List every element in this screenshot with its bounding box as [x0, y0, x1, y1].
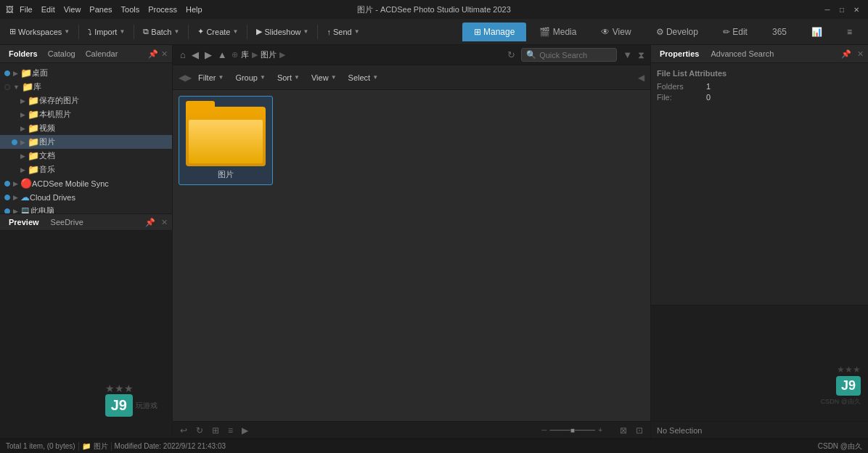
menu-view[interactable]: View	[64, 5, 81, 14]
pin-preview-button[interactable]: 📌	[145, 218, 155, 227]
send-button[interactable]: ↑ Send ▼	[322, 25, 364, 38]
tab-seedrive[interactable]: SeeDrive	[46, 216, 88, 228]
batch-icon: ⧉	[143, 27, 149, 36]
list-view-button[interactable]: ≡	[226, 425, 234, 436]
watermark-badge: J9	[105, 394, 133, 417]
menu-panes[interactable]: Panes	[89, 5, 112, 14]
menu-edit[interactable]: Edit	[41, 5, 55, 14]
view-button[interactable]: View ▼	[306, 71, 342, 84]
batch-button[interactable]: ⧉ Batch ▼	[138, 25, 184, 38]
tab-365[interactable]: 365	[761, 23, 798, 41]
tab-develop[interactable]: ⚙ Develop	[644, 23, 710, 41]
nav-back-button[interactable]: ◀	[190, 49, 200, 60]
expand-icon[interactable]: ◀	[638, 73, 644, 83]
sep4	[247, 25, 247, 39]
pin-icon[interactable]: 📌	[148, 49, 158, 59]
funnel-icon[interactable]: ⧗	[638, 49, 644, 61]
folder-icon: 📁	[28, 150, 39, 161]
menu-bar: File Edit View Panes Tools Process Help	[20, 5, 202, 14]
filter-label: Filter	[198, 73, 216, 82]
sync-icon: 🔴	[20, 178, 32, 189]
close-preview-button[interactable]: ✕	[161, 218, 168, 227]
tab-catalog[interactable]: Catalog	[44, 48, 80, 60]
menu-tools[interactable]: Tools	[121, 5, 140, 14]
path-images[interactable]: 图片	[261, 49, 277, 60]
refresh-status-button[interactable]: ↻	[195, 425, 205, 436]
send-icon: ↑	[327, 28, 331, 36]
zoom-slider[interactable]: ────■────	[549, 426, 595, 434]
close-right-button[interactable]: ✕	[857, 49, 864, 59]
slideshow-button[interactable]: ▶ Slideshow ▼	[251, 25, 314, 38]
quick-search-input[interactable]	[539, 51, 612, 60]
nav-forward-button[interactable]: ▶	[203, 49, 213, 60]
zoom-in-button[interactable]: +	[598, 426, 602, 434]
watermark-stars: ★★★	[105, 383, 134, 394]
import-caret: ▼	[119, 28, 125, 35]
tree-item-cloud[interactable]: ▶ ☁ Cloud Drives	[0, 190, 172, 204]
undo-button[interactable]: ↩	[179, 425, 189, 436]
tab-calendar[interactable]: Calendar	[81, 48, 123, 60]
folder-icon-status: 📁	[82, 442, 91, 450]
import-label: Import	[94, 28, 117, 36]
tab-extra[interactable]: ≡	[835, 23, 864, 41]
create-caret: ▼	[232, 28, 238, 35]
select-button[interactable]: Select ▼	[343, 71, 384, 84]
path-library[interactable]: 库	[241, 49, 249, 60]
thumbnail-view-button[interactable]: ⊠	[618, 425, 629, 436]
menu-process[interactable]: Process	[148, 5, 177, 14]
csdn-watermark: CSDN @由久	[818, 441, 862, 452]
tab-edit[interactable]: ✏ Edit	[711, 23, 759, 41]
file-item-images[interactable]: 图片	[179, 96, 273, 185]
tree-item-saved-pics[interactable]: ▶ 📁 保存的图片	[0, 94, 172, 107]
right-panel-status-bar: No Selection	[651, 421, 868, 438]
play-button[interactable]: ▶	[240, 425, 250, 436]
fullsize-view-button[interactable]: ⊡	[634, 425, 644, 436]
zoom-out-button[interactable]: ─	[541, 426, 546, 434]
tab-folders[interactable]: Folders	[4, 48, 42, 60]
close-button[interactable]: ✕	[851, 4, 862, 15]
attribute-key: File:	[657, 93, 700, 102]
tree-item-local-photos[interactable]: ▶ 📁 本机照片	[0, 107, 172, 121]
tree-item-this-pc[interactable]: ▶ 💻 此电脑	[0, 204, 172, 213]
menu-help[interactable]: Help	[186, 5, 202, 14]
tree-item-music[interactable]: ▶ 📁 音乐	[0, 163, 172, 176]
refresh-button[interactable]: ↻	[507, 49, 515, 60]
tree-item-docs[interactable]: ▶ 📁 文档	[0, 149, 172, 163]
import-button[interactable]: ⤵ Import ▼	[83, 25, 130, 38]
tab-manage[interactable]: ⊞ Manage	[462, 23, 527, 41]
tree-label: ACDSee Mobile Sync	[32, 179, 109, 188]
tab-view[interactable]: 👁 View	[589, 23, 642, 41]
filter-button[interactable]: Filter ▼	[193, 71, 229, 84]
tree-item-videos[interactable]: ▶ 📁 视频	[0, 121, 172, 135]
tab-properties[interactable]: Properties	[655, 48, 703, 60]
filter-toggle-button[interactable]: ▼	[623, 49, 632, 60]
window-controls: ─ □ ✕	[822, 4, 862, 15]
pin-right-button[interactable]: 📌	[841, 49, 851, 59]
tab-advanced-search[interactable]: Advanced Search	[706, 48, 778, 60]
caret-icon: ▶	[20, 111, 25, 118]
workspaces-button[interactable]: ⊞ Workspaces ▼	[4, 25, 75, 38]
create-button[interactable]: ✦ Create ▼	[192, 25, 243, 38]
maximize-button[interactable]: □	[836, 4, 848, 15]
manage-icon: ⊞	[474, 27, 481, 37]
menu-file[interactable]: File	[20, 5, 33, 14]
nav-home-button[interactable]: ⌂	[179, 49, 187, 60]
close-panel-button[interactable]: ✕	[161, 49, 168, 59]
create-icon: ✦	[197, 27, 204, 36]
edit-label: Edit	[732, 27, 748, 37]
attributes-title: File List Attributes	[657, 69, 862, 78]
create-label: Create	[206, 28, 230, 36]
tree-item-images[interactable]: ▶ 📁 图片	[0, 135, 172, 149]
tab-preview[interactable]: Preview	[4, 216, 44, 228]
minimize-button[interactable]: ─	[822, 4, 833, 15]
grid-view-button[interactable]: ⊞	[210, 425, 221, 436]
tree-item-mobile-sync[interactable]: ▶ 🔴 ACDSee Mobile Sync	[0, 176, 172, 190]
tab-media[interactable]: 🎬 Media	[528, 23, 588, 41]
tree-item-library[interactable]: ▼ 📁 库	[0, 80, 172, 94]
sort-button[interactable]: Sort ▼	[272, 71, 305, 84]
tab-chart[interactable]: 📊	[800, 23, 834, 41]
tree-item-desktop[interactable]: ▶ 📁 桌面	[0, 66, 172, 80]
nav-up-button[interactable]: ▲	[216, 49, 229, 60]
group-button[interactable]: Group ▼	[230, 71, 271, 84]
develop-icon: ⚙	[656, 27, 664, 37]
